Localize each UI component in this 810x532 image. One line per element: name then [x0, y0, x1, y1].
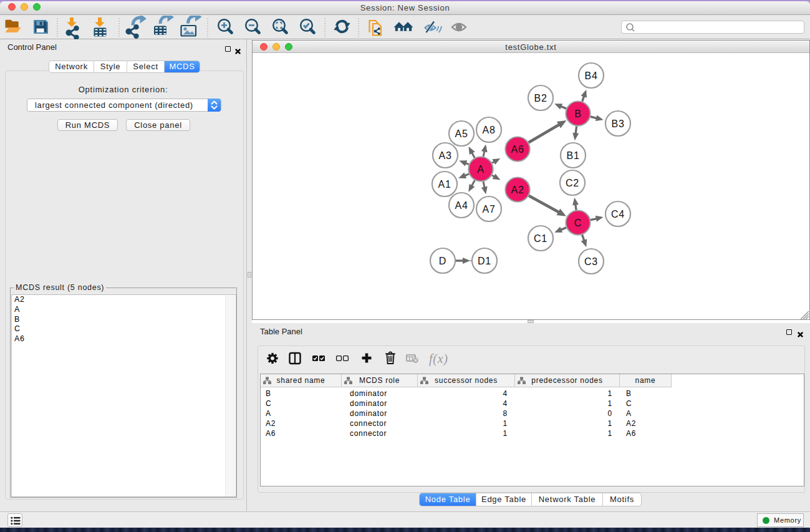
svg-text:A2: A2	[511, 185, 524, 195]
svg-text:C3: C3	[584, 256, 598, 267]
svg-text:A: A	[477, 164, 484, 175]
svg-text:B2: B2	[534, 93, 547, 104]
svg-text:A6: A6	[511, 144, 524, 155]
svg-text:A8: A8	[482, 125, 495, 135]
svg-text:B: B	[574, 109, 581, 119]
svg-text:A5: A5	[455, 128, 468, 139]
svg-text:D1: D1	[478, 256, 491, 266]
svg-text:B4: B4	[584, 70, 597, 81]
svg-text:C4: C4	[611, 209, 625, 220]
svg-text:f(x): f(x)	[429, 352, 448, 366]
svg-text:D: D	[439, 256, 446, 266]
svg-text:C: C	[574, 218, 582, 228]
svg-text:A1: A1	[438, 179, 451, 190]
svg-text:B1: B1	[566, 150, 579, 161]
svg-text:A4: A4	[455, 200, 468, 211]
svg-text:C2: C2	[566, 178, 579, 188]
svg-text:A7: A7	[482, 204, 495, 215]
svg-text:C1: C1	[534, 233, 547, 244]
svg-text:A3: A3	[438, 150, 451, 161]
svg-text:B3: B3	[611, 118, 624, 129]
